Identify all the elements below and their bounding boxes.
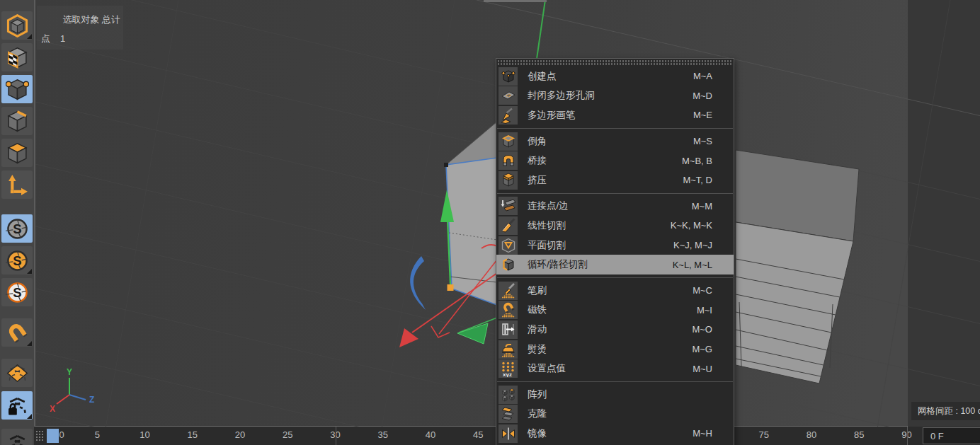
svg-text:S: S [13,221,21,236]
menu-item-label: 线性切割 [528,219,566,232]
model-mode-icon [6,14,29,37]
menu-item-shortcut: M~A [693,71,712,81]
extrude-icon [498,171,518,190]
set-point-value-icon: xyz [498,359,518,378]
sidebar-item-workplane-lock[interactable] [1,391,33,420]
timeline-label-85: 85 [854,429,864,440]
close-polygon-hole-icon [498,86,518,105]
frame-counter-field[interactable]: 0 F [923,427,980,444]
menu-item-plane-cut[interactable]: 平面切割K~J, M~J [496,236,734,255]
scene-canvas: YZX [1,0,980,445]
current-frame-marker[interactable] [47,429,59,443]
sidebar-item-snap-off[interactable]: S [1,214,33,243]
menu-item-line-cut[interactable]: 线性切割K~K, M~K [496,216,734,236]
menu-item-shortcut: M~C [693,285,712,296]
menu-item-shortcut: M~D [693,91,712,101]
menu-item-label: 笔刷 [528,284,547,297]
menu-item-iron[interactable]: 熨烫M~G [496,340,734,359]
connect-points-edges-icon [498,197,518,215]
sidebar-item-model-mode[interactable] [1,11,33,40]
bevel-icon [498,132,518,151]
menu-item-shortcut: M~U [693,364,712,374]
menu-item-clone[interactable]: 克隆 [496,405,734,424]
menu-item-shortcut: K~L, M~L [673,260,712,270]
menu-item-label: 创建点 [528,70,557,83]
c4d-application: YZX 选取对象 总计 点1 网格间距 : 100 cm SSS 0510152… [0,0,980,445]
selection-hud: 选取对象 总计 点1 [37,6,123,50]
menu-item-polygon-pen[interactable]: 多边形画笔M~E [496,105,734,125]
menu-item-connect-points-edges[interactable]: 连接点/边M~M [496,197,734,216]
menu-item-bevel[interactable]: 倒角M~S [496,132,734,151]
menu-item-label: 阵列 [528,388,547,401]
hud-stat-value: 1 [60,33,65,44]
menu-item-shortcut: M~E [693,110,712,120]
menu-item-label: 熨烫 [528,343,547,356]
mirror-icon [498,424,518,443]
submenu-corner-icon [27,34,32,39]
sidebar-item-workplane-extra[interactable] [1,429,33,445]
iron-icon [498,340,518,359]
timeline-label-40: 40 [426,429,435,440]
sidebar-item-magnet[interactable] [1,318,33,347]
polygons-mode-icon [6,141,29,165]
menu-item-label: 循环/路径切割 [528,258,588,271]
sidebar-item-points-mode[interactable] [1,75,33,103]
menu-separator [497,274,733,281]
svg-text:xyz: xyz [503,371,512,378]
menu-item-shortcut: M~H [693,428,712,439]
svg-text:S: S [13,253,21,268]
timeline-label-0: 0 [59,429,64,440]
array-icon [498,386,518,404]
menu-item-shortcut: M~G [692,344,712,354]
polygon-pen-icon [498,106,518,125]
bridge-icon [498,151,518,170]
snap-on-icon: S [6,249,29,272]
line-cut-icon [498,216,518,235]
menu-item-label: 镜像 [528,427,547,440]
workplane-lock-icon [6,394,29,417]
menu-item-shortcut: K~J, M~J [673,240,712,250]
brush-icon [498,282,518,300]
menu-item-loop-cut[interactable]: 循环/路径切割K~L, M~L [496,255,734,274]
menu-item-label: 磁铁 [528,304,547,316]
menu-item-extrude[interactable]: 挤压M~T, D [496,171,734,190]
submenu-corner-icon [27,269,32,274]
menu-item-array[interactable]: 阵列 [496,385,734,405]
workplane-icon [6,362,29,385]
menu-item-set-point-value[interactable]: xyz设置点值M~U [496,359,734,378]
menu-item-close-polygon-hole[interactable]: 封闭多边形孔洞M~D [496,86,734,106]
magnet-icon [6,321,29,345]
timeline-label-35: 35 [378,429,388,440]
menu-item-label: 平面切割 [528,239,566,252]
submenu-corner-icon [27,341,32,346]
timeline-label-80: 80 [807,429,816,440]
sidebar-item-workplane[interactable] [1,359,33,387]
menu-item-slide[interactable]: 滑动M~O [496,320,734,340]
menu-item-label: 滑动 [528,323,547,336]
sidebar-item-edges-mode[interactable] [1,107,33,135]
menu-item-shortcut: M~B, B [682,156,712,166]
menu-item-mirror[interactable]: 镜像M~H [496,424,734,444]
menu-tearoff-strip[interactable] [498,59,732,66]
menu-item-brush[interactable]: 笔刷M~C [496,281,734,301]
sidebar-item-texture-mode[interactable] [1,43,33,71]
timeline-label-5: 5 [95,429,100,440]
timeline-major-tick [336,427,336,445]
snap-3d-icon: S [6,281,29,304]
menu-item-create-point[interactable]: 创建点M~A [496,67,734,86]
sidebar-item-axis-mode[interactable] [1,171,33,199]
timeline-label-10: 10 [139,429,149,440]
menu-item-label: 克隆 [528,408,547,420]
clone-icon [498,405,518,423]
sidebar-item-polygons-mode[interactable] [1,139,33,167]
sidebar-item-snap-on[interactable]: S [1,246,33,274]
plane-cut-icon [498,236,518,255]
menu-item-shortcut: M~M [692,201,712,212]
sidebar-item-snap-3d[interactable]: S [1,278,33,306]
submenu-corner-icon [27,414,32,419]
timeline-label-75: 75 [759,429,769,440]
loop-cut-icon [498,255,518,274]
timeline-grip[interactable] [35,430,44,441]
menu-item-bridge[interactable]: 桥接M~B, B [496,151,734,171]
menu-item-magnet-tool[interactable]: 磁铁M~I [496,301,734,320]
